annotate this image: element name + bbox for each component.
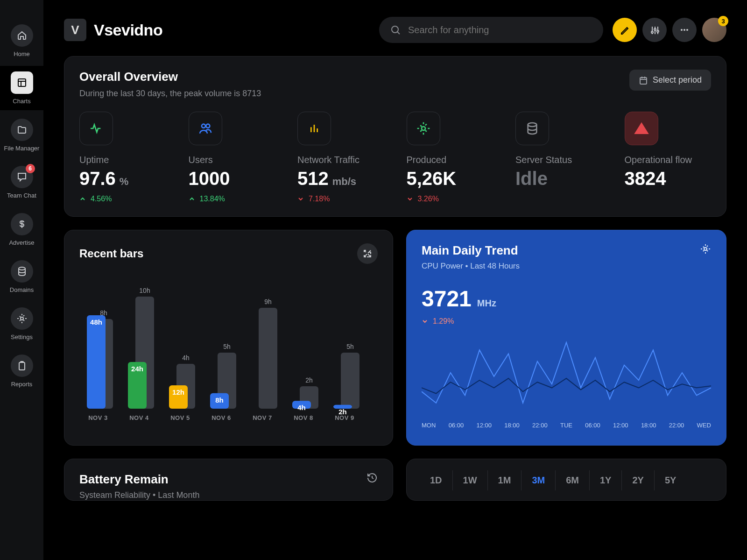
svg-point-6 [654, 28, 656, 30]
tab-3m[interactable]: 3M [521, 470, 556, 490]
svg-point-14 [422, 127, 425, 130]
pencil-icon [620, 25, 630, 35]
expand-button[interactable] [357, 243, 378, 264]
metric-value: Idle [515, 168, 602, 189]
metric-delta: 3.26% [407, 195, 493, 203]
trend-line-chart [422, 335, 711, 414]
gear-icon[interactable] [700, 243, 711, 255]
svg-text:48h: 48h [90, 318, 102, 326]
main: V Vsevidno 3 Overall Overview [43, 0, 747, 560]
axis-tick: 18:00 [504, 422, 520, 429]
alert-icon [625, 112, 658, 145]
svg-point-15 [528, 123, 537, 127]
nav-settings[interactable]: Settings [0, 302, 43, 346]
svg-text:10h: 10h [139, 287, 150, 294]
svg-point-5 [651, 31, 653, 33]
axis-tick: TUE [560, 422, 572, 429]
metric-delta: 7.18% [297, 195, 384, 203]
recent-bars-card: Recent bars 8h48hNOV 310h24hNOV 44h12hNO… [64, 230, 393, 446]
pulse-icon [79, 112, 113, 145]
trend-delta: 1.29% [422, 317, 711, 326]
edit-button[interactable] [613, 18, 637, 42]
svg-text:NOV 3: NOV 3 [88, 414, 108, 421]
svg-point-9 [684, 29, 685, 31]
range-tabs-card: 1D1W1M3M6M1Y2Y5Y [406, 459, 726, 501]
metric-label: Server Status [515, 155, 602, 165]
more-button[interactable] [672, 18, 697, 42]
tab-6m[interactable]: 6M [556, 470, 590, 490]
nav-label: Reports [11, 381, 33, 388]
svg-text:5h: 5h [346, 343, 354, 350]
svg-rect-0 [18, 79, 26, 86]
svg-point-10 [686, 29, 688, 31]
nav-advertise[interactable]: Advertise [0, 207, 43, 252]
avatar[interactable]: 3 [702, 18, 726, 42]
metric-value: 3824 [625, 168, 712, 189]
battery-title: Battery Remain [79, 472, 199, 487]
svg-point-4 [392, 26, 398, 33]
svg-text:NOV 9: NOV 9 [335, 414, 354, 421]
template-icon [11, 71, 33, 94]
nav-label: Team Chat [7, 192, 36, 199]
nav-label: File Manager [4, 145, 40, 152]
svg-point-12 [202, 124, 205, 128]
chat-icon: 6 [11, 166, 33, 188]
tab-1w[interactable]: 1W [453, 470, 488, 490]
tab-1y[interactable]: 1Y [590, 470, 622, 490]
svg-text:24h: 24h [131, 365, 143, 373]
tab-1d[interactable]: 1D [420, 470, 453, 490]
tab-2y[interactable]: 2Y [622, 470, 654, 490]
trend-title: Main Daily Trend [422, 243, 520, 258]
svg-point-1 [19, 267, 25, 270]
metric-label: Users [189, 155, 275, 165]
overview-title: Overall Overview [79, 70, 261, 84]
svg-text:4h: 4h [297, 404, 306, 411]
search-input[interactable] [408, 25, 592, 35]
metric-users: Users100013.84% [189, 112, 275, 203]
trend-axis: MON06:0012:0018:0022:00TUE06:0012:0018:0… [422, 422, 711, 429]
history-icon[interactable] [366, 472, 378, 483]
svg-text:9h: 9h [264, 298, 272, 305]
tab-1m[interactable]: 1M [488, 470, 522, 490]
svg-point-7 [657, 30, 659, 32]
svg-text:NOV 4: NOV 4 [129, 414, 149, 421]
battery-card: Battery Remain Systeam Reliability • Las… [64, 459, 393, 501]
svg-rect-11 [640, 78, 647, 84]
nav-file-manager[interactable]: File Manager [0, 113, 43, 157]
metric-delta: 4.56% [79, 195, 166, 203]
range-tabs: 1D1W1M3M6M1Y2Y5Y [420, 470, 686, 490]
nav-team-chat[interactable]: 6 Team Chat [0, 160, 43, 205]
svg-text:2h: 2h [305, 376, 313, 384]
nav-charts[interactable]: Charts [0, 66, 43, 110]
nav-label: Advertise [9, 239, 34, 246]
nav-home[interactable]: Home [0, 19, 43, 63]
select-period-button[interactable]: Select period [629, 70, 711, 91]
brand-logo: V [64, 19, 86, 41]
metric-uptime: Uptime97.6%4.56% [79, 112, 166, 203]
metric-value: 512mb/s [297, 168, 384, 189]
home-icon [11, 24, 33, 47]
axis-tick: MON [422, 422, 436, 429]
nav-reports[interactable]: Reports [0, 349, 43, 393]
metric-network-traffic: Network Traffic512mb/s7.18% [297, 112, 384, 203]
search[interactable] [379, 17, 603, 43]
nav-domains[interactable]: Domains [0, 255, 43, 299]
svg-text:NOV 5: NOV 5 [170, 414, 190, 421]
sidebar: Home Charts File Manager 6 Team Chat Adv… [0, 0, 43, 560]
bars-icon [297, 112, 331, 145]
metric-label: Operational flow [625, 155, 712, 165]
overview-card: Overall Overview During the last 30 days… [64, 56, 726, 217]
axis-tick: 06:00 [585, 422, 600, 429]
overview-subtitle: During the last 30 days, the peak volume… [79, 89, 261, 99]
metric-operational-flow: Operational flow3824 [625, 112, 712, 203]
tab-5y[interactable]: 5Y [655, 470, 686, 490]
server-icon [515, 112, 549, 145]
metric-delta: 13.84% [189, 195, 275, 203]
svg-text:5h: 5h [223, 343, 231, 350]
sliders-button[interactable] [642, 18, 667, 42]
trend-subtitle: CPU Power • Last 48 Hours [422, 262, 520, 271]
clipboard-icon [11, 354, 33, 377]
recent-title: Recent bars [79, 247, 143, 260]
trend-card: Main Daily Trend CPU Power • Last 48 Hou… [406, 230, 726, 446]
svg-text:8h: 8h [215, 396, 224, 404]
